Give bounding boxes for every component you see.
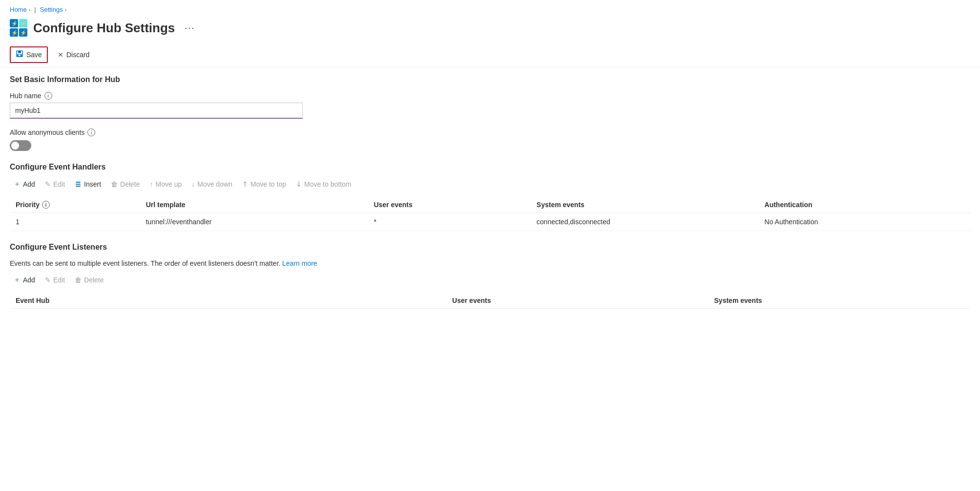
- anonymous-toggle-container: [10, 140, 970, 151]
- eh-add-button[interactable]: ＋ Add: [10, 177, 39, 191]
- save-label: Save: [26, 51, 42, 59]
- eh-edit-button[interactable]: ✎ Edit: [41, 178, 69, 191]
- eh-move-top-label: Move to top: [250, 180, 286, 188]
- discard-icon: ✕: [58, 51, 63, 59]
- page-header: ⚡ ⚡ ⚡ ⚡ Configure Hub Settings ···: [0, 15, 980, 43]
- insert-icon: [75, 180, 82, 189]
- anonymous-label: Allow anonymous clients i: [10, 128, 970, 136]
- eh-add-label: Add: [23, 180, 35, 188]
- basic-info-section: Set Basic Information for Hub Hub name i…: [10, 75, 970, 151]
- row-user-events: *: [368, 213, 530, 231]
- discard-button[interactable]: ✕ Discard: [52, 47, 95, 62]
- event-handlers-table-body: 1 tunnel:///eventhandler * connected,dis…: [10, 213, 970, 231]
- toggle-track: [10, 140, 31, 151]
- hub-name-field: Hub name i: [10, 92, 970, 119]
- el-delete-icon: 🗑: [75, 276, 82, 284]
- el-edit-icon: ✎: [45, 276, 51, 284]
- eh-move-top-button[interactable]: ⇑ Move to top: [238, 178, 290, 191]
- row-authentication: No Authentication: [759, 213, 970, 231]
- eh-move-down-label: Move down: [197, 180, 232, 188]
- row-url-template: tunnel:///eventhandler: [140, 213, 368, 231]
- el-add-button[interactable]: ＋ Add: [10, 273, 39, 287]
- event-listeners-description: Events can be sent to multiple event lis…: [10, 259, 970, 267]
- event-listeners-section: Configure Event Listeners Events can be …: [10, 243, 970, 309]
- move-bottom-icon: ⇓: [296, 180, 302, 188]
- svg-text:⚡: ⚡: [20, 29, 27, 36]
- el-plus-icon: ＋: [14, 276, 21, 284]
- anonymous-toggle[interactable]: [10, 140, 31, 151]
- priority-info-icon[interactable]: i: [42, 201, 50, 209]
- th-system-events: System events: [531, 197, 759, 213]
- svg-rect-14: [76, 186, 81, 187]
- toolbar: Save ✕ Discard: [0, 43, 980, 67]
- event-listeners-table: Event Hub User events System events: [10, 293, 970, 309]
- el-edit-button[interactable]: ✎ Edit: [41, 274, 69, 286]
- save-icon: [16, 50, 23, 60]
- el-delete-button[interactable]: 🗑 Delete: [71, 274, 107, 286]
- eh-move-down-button[interactable]: ↓ Move down: [188, 178, 236, 191]
- main-content: Set Basic Information for Hub Hub name i…: [0, 75, 980, 309]
- th-el-user-events: User events: [446, 293, 708, 309]
- eh-delete-label: Delete: [120, 180, 140, 188]
- el-edit-label: Edit: [53, 276, 65, 284]
- toggle-thumb: [11, 142, 19, 149]
- breadcrumb-home[interactable]: Home: [10, 6, 27, 13]
- svg-text:⚡: ⚡: [11, 29, 18, 36]
- breadcrumb-chevron-1: ›: [29, 7, 31, 13]
- th-event-hub: Event Hub: [10, 293, 446, 309]
- row-system-events: connected,disconnected: [531, 213, 759, 231]
- th-priority: Priority i: [10, 197, 140, 213]
- breadcrumb: Home › | Settings ›: [0, 0, 980, 15]
- row-priority: 1: [10, 213, 140, 231]
- event-handlers-table-header: Priority i Url template User events Syst…: [10, 197, 970, 213]
- breadcrumb-chevron-2: ›: [65, 7, 67, 13]
- eh-edit-label: Edit: [53, 180, 65, 188]
- move-up-icon: ↑: [150, 180, 153, 188]
- table-row[interactable]: 1 tunnel:///eventhandler * connected,dis…: [10, 213, 970, 231]
- save-button[interactable]: Save: [10, 46, 48, 63]
- breadcrumb-separator: |: [34, 6, 36, 13]
- breadcrumb-settings[interactable]: Settings: [40, 6, 63, 13]
- event-handlers-title: Configure Event Handlers: [10, 163, 970, 171]
- event-handlers-table: Priority i Url template User events Syst…: [10, 197, 970, 231]
- th-authentication: Authentication: [759, 197, 970, 213]
- plus-icon: ＋: [14, 180, 21, 189]
- svg-rect-13: [76, 184, 81, 185]
- th-user-events: User events: [368, 197, 530, 213]
- eh-insert-label: Insert: [84, 180, 101, 188]
- event-listeners-action-bar: ＋ Add ✎ Edit 🗑 Delete: [10, 273, 970, 287]
- svg-text:⚡: ⚡: [20, 20, 27, 27]
- edit-icon: ✎: [45, 180, 51, 188]
- more-options-button[interactable]: ···: [181, 21, 199, 35]
- delete-icon: 🗑: [111, 180, 118, 188]
- app-icon: ⚡ ⚡ ⚡ ⚡: [10, 19, 27, 37]
- eh-delete-button[interactable]: 🗑 Delete: [107, 178, 144, 191]
- move-down-icon: ↓: [191, 180, 195, 188]
- event-handlers-section: Configure Event Handlers ＋ Add ✎ Edit: [10, 163, 970, 231]
- event-listeners-table-header: Event Hub User events System events: [10, 293, 970, 309]
- hub-name-input[interactable]: [10, 103, 303, 119]
- eh-move-up-label: Move up: [156, 180, 182, 188]
- page-title: Configure Hub Settings: [33, 21, 175, 36]
- move-top-icon: ⇑: [242, 180, 248, 188]
- th-url-template: Url template: [140, 197, 368, 213]
- eh-move-up-button[interactable]: ↑ Move up: [146, 178, 186, 191]
- event-listeners-title: Configure Event Listeners: [10, 243, 970, 252]
- el-delete-label: Delete: [84, 276, 104, 284]
- eh-insert-button[interactable]: Insert: [71, 178, 105, 191]
- svg-rect-9: [18, 51, 21, 53]
- svg-text:⚡: ⚡: [11, 20, 18, 27]
- th-el-system-events: System events: [709, 293, 970, 309]
- eh-move-bottom-label: Move to bottom: [304, 180, 352, 188]
- discard-label: Discard: [66, 51, 89, 59]
- anonymous-info-icon[interactable]: i: [87, 128, 95, 136]
- learn-more-link[interactable]: Learn more: [282, 259, 317, 267]
- el-add-label: Add: [23, 276, 35, 284]
- event-handlers-action-bar: ＋ Add ✎ Edit Insert 🗑 Delete: [10, 177, 970, 191]
- hub-name-info-icon[interactable]: i: [44, 92, 52, 100]
- hub-name-label: Hub name i: [10, 92, 970, 100]
- eh-move-bottom-button[interactable]: ⇓ Move to bottom: [292, 178, 355, 191]
- svg-rect-11: [19, 55, 21, 56]
- svg-rect-12: [76, 182, 81, 183]
- basic-info-title: Set Basic Information for Hub: [10, 75, 970, 84]
